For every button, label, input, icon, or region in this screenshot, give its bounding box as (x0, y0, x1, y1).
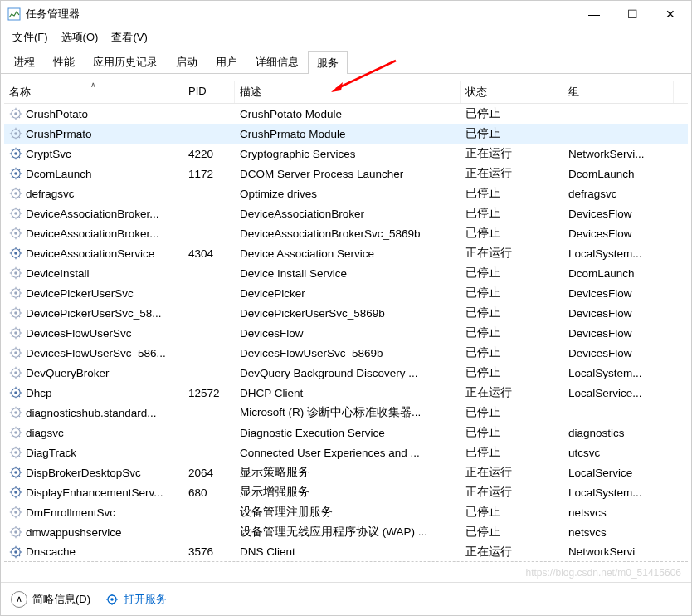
table-row[interactable]: DevicesFlowUserSvc_586...DevicesFlowUser… (4, 343, 688, 363)
svg-line-21 (12, 137, 12, 138)
column-header-group[interactable]: 组 (563, 81, 674, 103)
table-row[interactable]: DeviceAssociationBroker...DeviceAssociat… (4, 203, 688, 223)
service-name: diagnosticshub.standard... (26, 407, 157, 419)
menu-item-1[interactable]: 选项(O) (55, 28, 105, 46)
table-row[interactable]: DisplayEnhancementServ...680显示增强服务正在运行Lo… (4, 482, 688, 502)
svg-point-154 (14, 411, 17, 414)
svg-line-219 (12, 528, 12, 529)
svg-line-50 (19, 197, 20, 198)
table-row[interactable]: DevQueryBrokerDevQuery Background Discov… (4, 363, 688, 383)
svg-line-120 (19, 336, 20, 337)
fewer-details-button[interactable]: ∧ 简略信息(D) (11, 591, 90, 608)
svg-line-171 (12, 436, 12, 437)
svg-line-142 (19, 369, 20, 369)
svg-line-210 (19, 516, 20, 516)
table-row[interactable]: CrushPrmatoCrushPrmato Module已停止 (4, 124, 688, 144)
table-row[interactable]: defragsvcOptimize drives已停止defragsvc (4, 183, 688, 203)
table-row[interactable]: dmwappushservice设备管理无线应用程序协议 (WAP) ...已停… (4, 522, 688, 542)
service-pid (183, 431, 235, 434)
service-pid: 2064 (183, 465, 235, 481)
close-button[interactable]: ✕ (651, 2, 690, 27)
table-row[interactable]: CrushPotatoCrushPotato Module已停止 (4, 104, 688, 124)
column-header-pid[interactable]: PID (183, 81, 235, 103)
svg-line-12 (19, 110, 20, 110)
tab-详细信息[interactable]: 详细信息 (246, 51, 308, 73)
table-row[interactable]: DcomLaunch1172DCOM Server Process Launch… (4, 164, 688, 183)
tab-进程[interactable]: 进程 (4, 51, 44, 73)
column-header-name[interactable]: 名称∧ (4, 81, 183, 103)
svg-line-91 (12, 276, 12, 277)
service-group: defragsvc (563, 186, 688, 202)
table-row[interactable]: DeviceInstallDevice Install Service已停止Dc… (4, 263, 688, 283)
svg-line-180 (19, 456, 20, 457)
svg-line-51 (12, 197, 12, 198)
service-pid: 4220 (183, 146, 235, 162)
svg-line-151 (12, 396, 12, 397)
table-row[interactable]: Dhcp12572DHCP Client正在运行LocalService... (4, 383, 688, 403)
service-group: DcomLaunch (563, 166, 688, 182)
table-row[interactable]: DevicePickerUserSvcDevicePicker已停止Device… (4, 283, 688, 303)
svg-point-114 (14, 331, 17, 335)
open-services-link[interactable]: 打开服务 (105, 592, 167, 607)
svg-line-140 (19, 376, 20, 377)
svg-line-112 (19, 309, 20, 310)
table-body[interactable]: CrushPotatoCrushPotato Module已停止CrushPrm… (4, 104, 688, 582)
service-name: DevicePickerUserSvc (26, 287, 134, 300)
service-status: 正在运行 (461, 543, 563, 561)
tab-用户[interactable]: 用户 (207, 51, 246, 73)
svg-line-41 (12, 177, 12, 178)
service-status: 已停止 (461, 443, 563, 462)
tab-性能[interactable]: 性能 (44, 51, 84, 73)
tab-应用历史记录[interactable]: 应用历史记录 (84, 51, 167, 73)
svg-line-79 (12, 249, 12, 250)
service-pid (183, 212, 235, 215)
table-row[interactable]: DeviceAssociationService4304Device Assoc… (4, 243, 688, 263)
tab-启动[interactable]: 启动 (167, 51, 207, 73)
svg-point-94 (14, 291, 17, 295)
service-name: DeviceAssociationBroker... (26, 227, 159, 240)
svg-line-182 (19, 448, 20, 449)
svg-line-222 (19, 528, 20, 529)
svg-line-32 (19, 149, 20, 150)
svg-line-221 (12, 535, 12, 536)
service-description: Device Association Service (235, 246, 461, 262)
svg-point-204 (14, 511, 17, 514)
service-description: DHCP Client (235, 385, 461, 401)
service-group: LocalSystem... (563, 485, 688, 501)
svg-line-132 (19, 349, 20, 350)
table-row[interactable]: Dnscache3576DNS Client正在运行NetworkServi (4, 542, 688, 562)
svg-line-20 (19, 137, 20, 138)
service-name: DevQueryBroker (26, 367, 110, 379)
service-group: LocalSystem... (563, 365, 688, 381)
service-name: DmEnrollmentSvc (26, 506, 115, 519)
service-status: 已停止 (461, 184, 563, 203)
menu-item-0[interactable]: 文件(F) (6, 28, 55, 46)
column-header-status[interactable]: 状态 (461, 81, 563, 103)
svg-line-192 (19, 468, 20, 469)
table-row[interactable]: DeviceAssociationBroker...DeviceAssociat… (4, 223, 688, 243)
maximize-button[interactable]: ☐ (613, 2, 651, 27)
svg-point-24 (14, 152, 17, 155)
table-row[interactable]: DmEnrollmentSvc设备管理注册服务已停止netsvcs (4, 502, 688, 522)
footer: ∧ 简略信息(D) 打开服务 (1, 582, 691, 615)
service-group: DcomLaunch (563, 266, 688, 281)
table-row[interactable]: DevicesFlowUserSvcDevicesFlow已停止DevicesF… (4, 323, 688, 343)
service-group: diagnostics (563, 425, 688, 441)
table-row[interactable]: CryptSvc4220Cryptographic Services正在运行Ne… (4, 144, 688, 164)
column-header-description[interactable]: 描述 (235, 81, 461, 103)
table-row[interactable]: DiagTrackConnected User Experiences and … (4, 442, 688, 462)
table-row[interactable]: DispBrokerDesktopSvc2064显示策略服务正在运行LocalS… (4, 462, 688, 482)
table-row[interactable]: diagsvcDiagnostic Execution Service已停止di… (4, 423, 688, 442)
service-pid (183, 451, 235, 454)
service-pid (183, 511, 235, 514)
window-controls: — ☐ ✕ (575, 2, 690, 27)
menu-item-2[interactable]: 查看(V) (105, 28, 154, 46)
service-name: DevicesFlowUserSvc (26, 327, 132, 340)
svg-line-209 (12, 508, 12, 509)
service-description: 显示策略服务 (235, 463, 461, 482)
tab-服务[interactable]: 服务 (308, 51, 348, 74)
table-row[interactable]: DevicePickerUserSvc_58...DevicePickerUse… (4, 303, 688, 323)
minimize-button[interactable]: — (575, 2, 613, 27)
service-pid (183, 112, 235, 115)
table-row[interactable]: diagnosticshub.standard...Microsoft (R) … (4, 403, 688, 423)
